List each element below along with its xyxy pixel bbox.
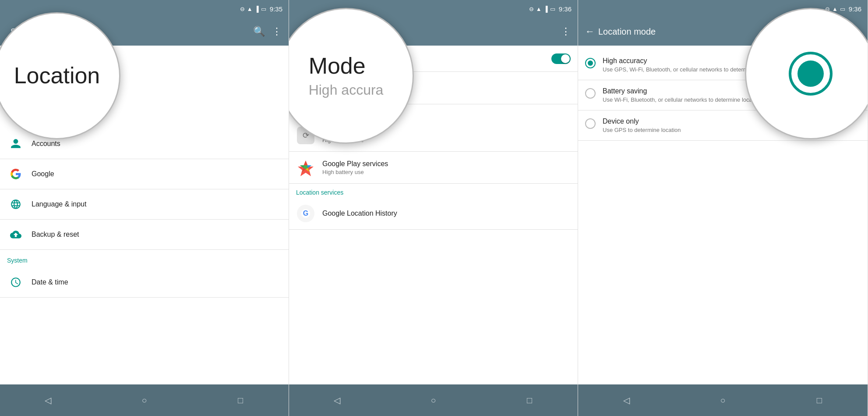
signal-icon: ▐ <box>255 6 259 12</box>
minus-icon: ⊖ <box>240 6 245 12</box>
datetime-text: Date & time <box>32 278 68 286</box>
home-button-1[interactable]: ○ <box>133 389 155 411</box>
wifi-icon-2: ▲ <box>536 6 542 12</box>
gps-icon <box>296 158 315 177</box>
back-button-1[interactable]: ◁ <box>37 389 59 411</box>
search-icon[interactable]: 🔍 <box>253 26 265 37</box>
glh-title: Google Location History <box>322 210 397 217</box>
accounts-icon <box>7 135 25 153</box>
backup-icon <box>7 226 25 243</box>
app-item-glh[interactable]: G Google Location History <box>289 198 578 230</box>
status-time-1: 9:35 <box>270 5 282 13</box>
wifi-icon: ▲ <box>247 6 253 12</box>
location-toggle-switch[interactable] <box>551 53 571 64</box>
back-button-3[interactable]: ◁ <box>615 389 637 411</box>
radio-dot-high <box>588 60 593 66</box>
battery-desc: Use Wi-Fi, Bluetooth, or cellular networ… <box>603 96 762 103</box>
nav-bar-2: ◁ ○ □ <box>289 384 578 416</box>
battery-label: Battery saving <box>603 87 762 95</box>
home-button-3[interactable]: ○ <box>712 389 734 411</box>
device-only-text: Device only Use GPS to determine locatio… <box>603 117 681 133</box>
back-button-2[interactable]: ◁ <box>326 389 348 411</box>
language-text: Language & input <box>32 200 86 208</box>
magnify-sub-2: High accura <box>309 82 384 98</box>
back-arrow-3[interactable]: ← <box>585 26 595 37</box>
settings-item-language[interactable]: Language & input <box>0 189 289 220</box>
accounts-text: Accounts <box>32 140 60 148</box>
device-only-label: Device only <box>603 117 681 125</box>
device-only-desc: Use GPS to determine location <box>603 127 681 133</box>
recent-button-1[interactable]: □ <box>229 389 251 411</box>
recent-button-3[interactable]: □ <box>808 389 830 411</box>
radio-inner-magnified <box>797 60 824 87</box>
settings-item-datetime[interactable]: Date & time <box>0 267 289 298</box>
minus-icon-2: ⊖ <box>529 6 534 12</box>
more-icon-2[interactable]: ⋮ <box>561 26 571 37</box>
battery-icon: ▭ <box>261 6 266 12</box>
system-section-header: System <box>0 250 289 267</box>
signal-icon-2: ▐ <box>544 6 548 12</box>
status-time-2: 9:36 <box>559 5 572 13</box>
status-icons-1: ⊖ ▲ ▐ ▭ <box>240 6 266 12</box>
gps-text: Google Play services High battery use <box>322 160 388 175</box>
wifi-icon-3: ▲ <box>832 6 838 12</box>
glh-icon: G <box>296 204 315 223</box>
language-icon <box>7 196 25 213</box>
radio-selected-magnified <box>789 52 833 96</box>
language-title: Language & input <box>32 200 86 208</box>
magnify-content-2: Mode High accura <box>300 45 392 107</box>
google-text: Google <box>32 170 54 178</box>
google-title: Google <box>32 170 54 178</box>
gps-title: Google Play services <box>322 160 388 168</box>
battery-icon-3: ▭ <box>840 6 845 12</box>
backup-title: Backup & reset <box>32 231 79 238</box>
status-time-3: 9:36 <box>849 5 861 13</box>
home-button-2[interactable]: ○ <box>422 389 444 411</box>
recent-button-2[interactable]: □ <box>519 389 540 411</box>
nav-bar-3: ◁ ○ □ <box>578 384 868 416</box>
gps-subtitle: High battery use <box>322 169 388 175</box>
radio-circle-battery <box>585 88 596 99</box>
backup-text: Backup & reset <box>32 231 79 238</box>
battery-icon-2: ▭ <box>550 6 555 12</box>
phone-panel-1: ⊖ ▲ ▐ ▭ 9:35 Settings 🔍 ⋮ Location Accou… <box>0 0 289 416</box>
radio-circle-device <box>585 118 596 129</box>
radio-circle-high <box>585 58 596 68</box>
app-item-gps[interactable]: Google Play services High battery use <box>289 152 578 184</box>
magnify-content-1: Location <box>5 54 109 97</box>
status-icons-2: ⊖ ▲ ▐ ▭ <box>529 6 555 12</box>
toggle-knob <box>561 54 570 63</box>
battery-text: Battery saving Use Wi-Fi, Bluetooth, or … <box>603 87 762 103</box>
more-icon[interactable]: ⋮ <box>272 26 282 37</box>
location-services-header: Location services <box>289 184 578 198</box>
settings-item-backup[interactable]: Backup & reset <box>0 220 289 250</box>
phone-panel-2: ⊖ ▲ ▐ ▭ 9:36 ← Location ⋮ Mode High accu… <box>289 0 578 416</box>
svg-text:G: G <box>303 210 308 217</box>
datetime-title: Date & time <box>32 278 68 286</box>
accounts-title: Accounts <box>32 140 60 148</box>
google-icon <box>7 165 25 183</box>
magnify-main-1: Location <box>14 63 100 88</box>
nav-bar-1: ◁ ○ □ <box>0 384 289 416</box>
settings-item-google[interactable]: Google <box>0 159 289 189</box>
glh-text: Google Location History <box>322 210 397 217</box>
magnify-circle-3 <box>745 8 868 139</box>
magnify-main-2: Mode <box>309 53 366 78</box>
phone-panel-3: ⊖ ▲ ▭ 9:36 ← Location mode High accuracy… <box>578 0 868 416</box>
datetime-icon <box>7 274 25 291</box>
